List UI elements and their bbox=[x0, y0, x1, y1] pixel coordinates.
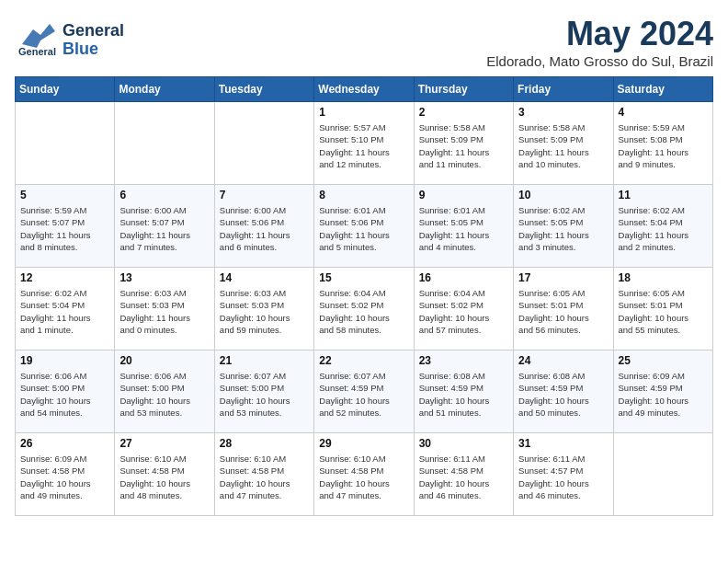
day-number: 29 bbox=[319, 437, 408, 450]
calendar-cell: 25Sunrise: 6:09 AMSunset: 4:59 PMDayligh… bbox=[613, 350, 712, 433]
day-content: Sunrise: 6:02 AMSunset: 5:04 PMDaylight:… bbox=[619, 204, 708, 253]
calendar-cell: 15Sunrise: 6:04 AMSunset: 5:02 PMDayligh… bbox=[314, 268, 414, 350]
day-number: 31 bbox=[518, 437, 608, 450]
day-content: Sunrise: 6:09 AMSunset: 4:59 PMDaylight:… bbox=[619, 370, 708, 419]
day-number: 13 bbox=[119, 271, 209, 284]
day-number: 23 bbox=[419, 354, 508, 367]
logo-svg: General Blue bbox=[15, 15, 59, 59]
title-block: May 2024 Eldorado, Mato Grosso do Sul, B… bbox=[486, 15, 713, 69]
calendar-cell: 4Sunrise: 5:59 AMSunset: 5:08 PMDaylight… bbox=[613, 102, 712, 185]
header-sunday: Sunday bbox=[16, 77, 115, 102]
calendar-table: SundayMondayTuesdayWednesdayThursdayFrid… bbox=[15, 76, 713, 516]
day-number: 12 bbox=[20, 271, 109, 284]
day-number: 22 bbox=[319, 354, 408, 367]
calendar-cell: 28Sunrise: 6:10 AMSunset: 4:58 PMDayligh… bbox=[214, 433, 313, 516]
day-content: Sunrise: 6:03 AMSunset: 5:03 PMDaylight:… bbox=[119, 287, 209, 336]
svg-text:General: General bbox=[18, 46, 56, 57]
calendar-cell: 23Sunrise: 6:08 AMSunset: 4:59 PMDayligh… bbox=[414, 350, 513, 433]
calendar-week-5: 26Sunrise: 6:09 AMSunset: 4:58 PMDayligh… bbox=[16, 433, 713, 516]
logo-blue-text: Blue bbox=[63, 40, 124, 59]
day-number: 21 bbox=[220, 354, 309, 367]
month-title: May 2024 bbox=[486, 15, 713, 53]
day-number: 3 bbox=[518, 106, 608, 119]
day-number: 9 bbox=[419, 189, 508, 201]
calendar-cell: 11Sunrise: 6:02 AMSunset: 5:04 PMDayligh… bbox=[613, 185, 712, 268]
calendar-cell: 21Sunrise: 6:07 AMSunset: 5:00 PMDayligh… bbox=[214, 350, 313, 433]
day-number: 28 bbox=[220, 437, 309, 450]
calendar-cell: 14Sunrise: 6:03 AMSunset: 5:03 PMDayligh… bbox=[214, 268, 313, 350]
calendar-cell: 9Sunrise: 6:01 AMSunset: 5:05 PMDaylight… bbox=[414, 185, 513, 268]
calendar-cell: 7Sunrise: 6:00 AMSunset: 5:06 PMDaylight… bbox=[214, 185, 313, 268]
day-number: 14 bbox=[220, 271, 309, 284]
header-thursday: Thursday bbox=[414, 77, 513, 102]
calendar-week-3: 12Sunrise: 6:02 AMSunset: 5:04 PMDayligh… bbox=[16, 268, 713, 350]
calendar-cell: 12Sunrise: 6:02 AMSunset: 5:04 PMDayligh… bbox=[16, 268, 115, 350]
day-content: Sunrise: 6:02 AMSunset: 5:05 PMDaylight:… bbox=[518, 204, 608, 253]
calendar-cell: 13Sunrise: 6:03 AMSunset: 5:03 PMDayligh… bbox=[115, 268, 214, 350]
calendar-cell: 16Sunrise: 6:04 AMSunset: 5:02 PMDayligh… bbox=[414, 268, 513, 350]
calendar-week-2: 5Sunrise: 5:59 AMSunset: 5:07 PMDaylight… bbox=[16, 185, 713, 268]
header-wednesday: Wednesday bbox=[314, 77, 414, 102]
calendar-cell: 6Sunrise: 6:00 AMSunset: 5:07 PMDaylight… bbox=[115, 185, 214, 268]
day-content: Sunrise: 6:10 AMSunset: 4:58 PMDaylight:… bbox=[220, 453, 309, 501]
calendar-cell: 5Sunrise: 5:59 AMSunset: 5:07 PMDaylight… bbox=[16, 185, 115, 268]
calendar-cell: 24Sunrise: 6:08 AMSunset: 4:59 PMDayligh… bbox=[514, 350, 613, 433]
day-content: Sunrise: 5:57 AMSunset: 5:10 PMDaylight:… bbox=[319, 121, 408, 170]
logo: General Blue General Blue bbox=[15, 15, 124, 63]
day-content: Sunrise: 5:58 AMSunset: 5:09 PMDaylight:… bbox=[518, 121, 608, 170]
calendar-cell: 27Sunrise: 6:10 AMSunset: 4:58 PMDayligh… bbox=[115, 433, 214, 516]
calendar-cell: 29Sunrise: 6:10 AMSunset: 4:58 PMDayligh… bbox=[314, 433, 414, 516]
day-number: 4 bbox=[619, 106, 708, 119]
header-tuesday: Tuesday bbox=[214, 77, 313, 102]
day-content: Sunrise: 6:11 AMSunset: 4:57 PMDaylight:… bbox=[518, 453, 608, 501]
day-content: Sunrise: 6:05 AMSunset: 5:01 PMDaylight:… bbox=[518, 287, 608, 336]
calendar-cell: 18Sunrise: 6:05 AMSunset: 5:01 PMDayligh… bbox=[613, 268, 712, 350]
page-header: General Blue General Blue May 2024 Eldor… bbox=[15, 15, 713, 69]
day-number: 1 bbox=[319, 106, 408, 119]
svg-text:Blue: Blue bbox=[18, 57, 40, 59]
day-content: Sunrise: 6:07 AMSunset: 5:00 PMDaylight:… bbox=[220, 370, 309, 419]
day-content: Sunrise: 5:59 AMSunset: 5:07 PMDaylight:… bbox=[20, 204, 109, 253]
location-subtitle: Eldorado, Mato Grosso do Sul, Brazil bbox=[486, 53, 713, 69]
calendar-header-row: SundayMondayTuesdayWednesdayThursdayFrid… bbox=[16, 77, 713, 102]
day-content: Sunrise: 6:06 AMSunset: 5:00 PMDaylight:… bbox=[119, 370, 209, 419]
calendar-cell: 19Sunrise: 6:06 AMSunset: 5:00 PMDayligh… bbox=[16, 350, 115, 433]
day-content: Sunrise: 6:07 AMSunset: 4:59 PMDaylight:… bbox=[319, 370, 408, 419]
calendar-cell bbox=[613, 433, 712, 516]
calendar-cell: 22Sunrise: 6:07 AMSunset: 4:59 PMDayligh… bbox=[314, 350, 414, 433]
header-saturday: Saturday bbox=[613, 77, 712, 102]
calendar-cell: 31Sunrise: 6:11 AMSunset: 4:57 PMDayligh… bbox=[514, 433, 613, 516]
day-number: 18 bbox=[619, 271, 708, 284]
day-number: 5 bbox=[20, 189, 109, 201]
svg-marker-0 bbox=[22, 24, 55, 48]
day-content: Sunrise: 6:08 AMSunset: 4:59 PMDaylight:… bbox=[419, 370, 508, 419]
calendar-week-1: 1Sunrise: 5:57 AMSunset: 5:10 PMDaylight… bbox=[16, 102, 713, 185]
calendar-week-4: 19Sunrise: 6:06 AMSunset: 5:00 PMDayligh… bbox=[16, 350, 713, 433]
header-monday: Monday bbox=[115, 77, 214, 102]
day-content: Sunrise: 5:59 AMSunset: 5:08 PMDaylight:… bbox=[619, 121, 708, 170]
calendar-cell: 1Sunrise: 5:57 AMSunset: 5:10 PMDaylight… bbox=[314, 102, 414, 185]
day-number: 7 bbox=[220, 189, 309, 201]
day-number: 11 bbox=[619, 189, 708, 201]
day-number: 10 bbox=[518, 189, 608, 201]
calendar-cell: 30Sunrise: 6:11 AMSunset: 4:58 PMDayligh… bbox=[414, 433, 513, 516]
day-number: 24 bbox=[518, 354, 608, 367]
day-content: Sunrise: 6:10 AMSunset: 4:58 PMDaylight:… bbox=[119, 453, 209, 501]
day-number: 2 bbox=[419, 106, 508, 119]
logo-icon: General Blue bbox=[15, 15, 59, 63]
day-number: 15 bbox=[319, 271, 408, 284]
day-content: Sunrise: 6:01 AMSunset: 5:05 PMDaylight:… bbox=[419, 204, 508, 253]
calendar-cell: 26Sunrise: 6:09 AMSunset: 4:58 PMDayligh… bbox=[16, 433, 115, 516]
day-number: 20 bbox=[119, 354, 209, 367]
calendar-cell bbox=[214, 102, 313, 185]
calendar-cell: 10Sunrise: 6:02 AMSunset: 5:05 PMDayligh… bbox=[514, 185, 613, 268]
calendar-cell bbox=[115, 102, 214, 185]
day-number: 8 bbox=[319, 189, 408, 201]
day-content: Sunrise: 6:04 AMSunset: 5:02 PMDaylight:… bbox=[419, 287, 508, 336]
day-number: 6 bbox=[119, 189, 209, 201]
calendar-cell: 20Sunrise: 6:06 AMSunset: 5:00 PMDayligh… bbox=[115, 350, 214, 433]
day-content: Sunrise: 6:00 AMSunset: 5:07 PMDaylight:… bbox=[119, 204, 209, 253]
day-number: 26 bbox=[20, 437, 109, 450]
day-number: 30 bbox=[419, 437, 508, 450]
calendar-cell: 2Sunrise: 5:58 AMSunset: 5:09 PMDaylight… bbox=[414, 102, 513, 185]
